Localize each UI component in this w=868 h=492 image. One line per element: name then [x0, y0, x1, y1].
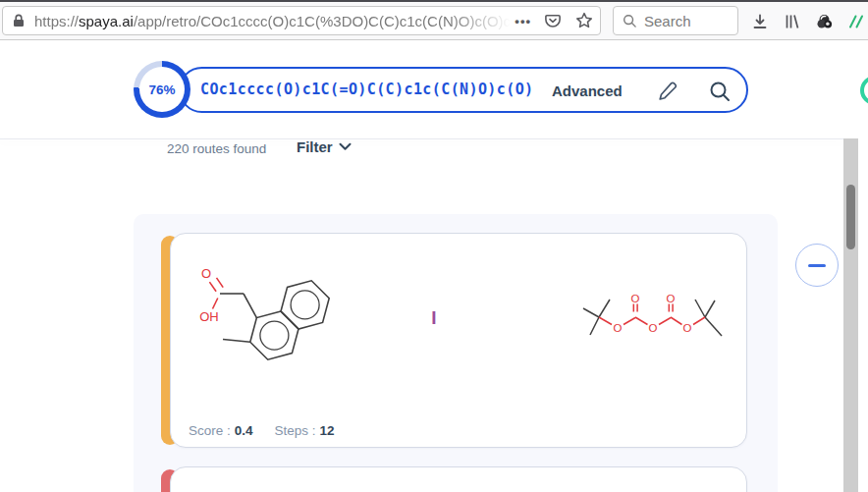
route-card[interactable]: O OH I: [170, 233, 747, 448]
star-icon[interactable]: [574, 11, 594, 30]
browser-toolbar: https://spaya.ai/app/retro/COc1cccc(O)c1…: [0, 0, 868, 40]
chevron-down-icon: [339, 142, 352, 151]
progress-percent: 76%: [139, 67, 185, 112]
steps-label: Steps :: [275, 423, 316, 438]
collapse-button[interactable]: [795, 244, 839, 287]
results-scrollbar[interactable]: [843, 138, 858, 492]
score-label: Score :: [189, 423, 231, 438]
atom-label-oxygen: O: [667, 293, 676, 304]
header-divider: [0, 138, 844, 139]
routes-count: 220 routes found: [167, 141, 266, 156]
route-card-partial[interactable]: [170, 466, 747, 492]
browser-search-placeholder: Search: [644, 13, 691, 29]
url-bar[interactable]: https://spaya.ai/app/retro/COc1cccc(O)c1…: [2, 6, 601, 35]
route-metrics: Score :0.4 Steps :12: [189, 423, 335, 438]
atom-label-hydroxyl: OH: [199, 309, 219, 324]
smiles-search-bar[interactable]: COc1cccc(O)c1C(=O)C(C)c1c(C(N)O)c(O) Adv…: [179, 67, 748, 113]
minus-icon: [808, 264, 826, 267]
atom-label-oxygen: O: [201, 266, 211, 281]
atom-label-oxygen: O: [683, 322, 692, 334]
atom-label-oxygen: O: [614, 322, 623, 334]
library-icon[interactable]: [783, 12, 802, 31]
url-path: /app/retro/COc1cccc(O)c1C(%3DO)C(C)c1c(C…: [134, 13, 515, 29]
reaction-depiction: O OH I: [171, 234, 748, 449]
page-actions-icon[interactable]: •••: [515, 14, 531, 28]
url-domain: spaya.ai: [79, 13, 134, 29]
search-icon: [623, 14, 637, 28]
smiles-input[interactable]: COc1cccc(O)c1C(=O)C(C)c1c(C(N)O)c(O): [200, 81, 534, 98]
url-text: https://spaya.ai/app/retro/COc1cccc(O)c1…: [34, 13, 515, 29]
filter-label: Filter: [297, 138, 333, 155]
advanced-link[interactable]: Advanced: [552, 82, 623, 99]
lock-icon: [11, 13, 27, 28]
atom-label-oxygen: O: [631, 293, 640, 304]
molecule-acid: [220, 281, 329, 359]
window-top-edge: [0, 0, 868, 2]
extension-slashes-icon[interactable]: [847, 12, 865, 31]
url-scheme: https://: [34, 13, 79, 29]
atom-label-oxygen: O: [649, 322, 658, 334]
download-icon[interactable]: [750, 12, 770, 31]
edit-pencil-icon[interactable]: [656, 80, 679, 107]
steps-value: 12: [320, 423, 335, 438]
progress-ring: 76%: [134, 61, 190, 118]
browser-search-field[interactable]: Search: [613, 6, 738, 35]
scrollbar-thumb[interactable]: [846, 185, 855, 249]
score-value: 0.4: [235, 423, 253, 438]
filter-dropdown[interactable]: Filter: [297, 138, 352, 155]
pocket-icon[interactable]: [543, 11, 563, 30]
extension-sphere-icon[interactable]: [815, 12, 835, 31]
atom-label-iodine: I: [431, 307, 436, 328]
submit-search-icon[interactable]: [708, 80, 732, 107]
help-bubble-partial[interactable]: [860, 76, 868, 105]
screenshot-root: https://spaya.ai/app/retro/COc1cccc(O)c1…: [0, 0, 868, 492]
